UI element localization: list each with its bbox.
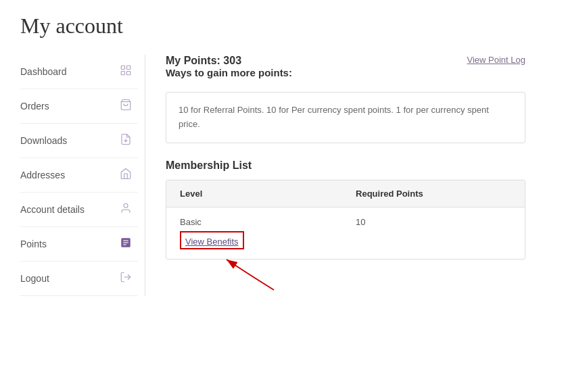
row-level-cell: Basic View Benefits xyxy=(166,207,342,259)
level-name: Basic xyxy=(180,217,329,227)
sidebar-item-dashboard[interactable]: Dashboard xyxy=(20,55,138,89)
membership-title: Membership List xyxy=(166,160,525,172)
points-header: My Points: 303 Ways to gain more points:… xyxy=(166,55,525,87)
sidebar-label-orders: Orders xyxy=(20,101,49,112)
sidebar-label-addresses: Addresses xyxy=(20,170,65,180)
view-point-log-link[interactable]: View Point Log xyxy=(467,55,526,65)
view-benefits-link[interactable]: View Benefits xyxy=(185,237,239,247)
sidebar-item-addresses[interactable]: Addresses xyxy=(20,158,138,193)
logout-icon xyxy=(119,271,133,286)
sidebar-item-logout[interactable]: Logout xyxy=(20,262,138,296)
table-row: Basic View Benefits 10 xyxy=(166,207,525,259)
points-value: My Points: 303 xyxy=(166,55,292,67)
orders-icon xyxy=(119,99,133,114)
addresses-icon xyxy=(119,168,133,182)
page-title: My account xyxy=(20,14,546,39)
points-icon xyxy=(119,237,133,251)
sidebar-label-points: Points xyxy=(20,239,47,249)
main-layout: Dashboard Orders xyxy=(20,55,546,296)
row-points-cell: 10 xyxy=(342,207,525,259)
svg-rect-1 xyxy=(127,66,131,69)
svg-rect-2 xyxy=(121,72,124,75)
account-details-icon xyxy=(119,202,133,217)
sidebar-label-downloads: Downloads xyxy=(20,135,67,146)
ways-to-gain-title: Ways to gain more points: xyxy=(166,67,292,78)
sidebar-item-downloads[interactable]: Downloads xyxy=(20,124,138,158)
membership-table: Level Required Points Basic View Benefit… xyxy=(166,180,525,259)
view-benefits-container: View Benefits xyxy=(180,231,329,249)
svg-rect-0 xyxy=(121,66,124,69)
page-wrapper: My account Dashboard Orders xyxy=(0,0,566,392)
membership-table-wrapper: Level Required Points Basic View Benefit… xyxy=(166,180,525,260)
sidebar: Dashboard Orders xyxy=(20,55,145,296)
view-benefits-box: View Benefits xyxy=(180,231,244,249)
svg-point-6 xyxy=(124,203,128,207)
downloads-icon xyxy=(119,133,133,148)
sidebar-label-account-details: Account details xyxy=(20,204,85,215)
col-required-points: Required Points xyxy=(342,180,525,207)
sidebar-label-dashboard: Dashboard xyxy=(20,66,67,77)
arrow-annotation xyxy=(206,253,287,293)
points-description-box: 10 for Referral Points. 10 for Per curre… xyxy=(166,92,525,143)
sidebar-label-logout: Logout xyxy=(20,273,49,284)
col-level: Level xyxy=(166,180,342,207)
dashboard-icon xyxy=(119,64,133,79)
sidebar-item-orders[interactable]: Orders xyxy=(20,89,138,124)
sidebar-item-account-details[interactable]: Account details xyxy=(20,193,138,227)
points-description-text: 10 for Referral Points. 10 for Per curre… xyxy=(179,105,489,129)
main-content: My Points: 303 Ways to gain more points:… xyxy=(145,55,546,296)
svg-rect-3 xyxy=(127,72,131,75)
arrow-container xyxy=(166,253,525,293)
points-info: My Points: 303 Ways to gain more points: xyxy=(166,55,292,87)
sidebar-item-points[interactable]: Points xyxy=(20,227,138,262)
table-header-row: Level Required Points xyxy=(166,180,525,207)
